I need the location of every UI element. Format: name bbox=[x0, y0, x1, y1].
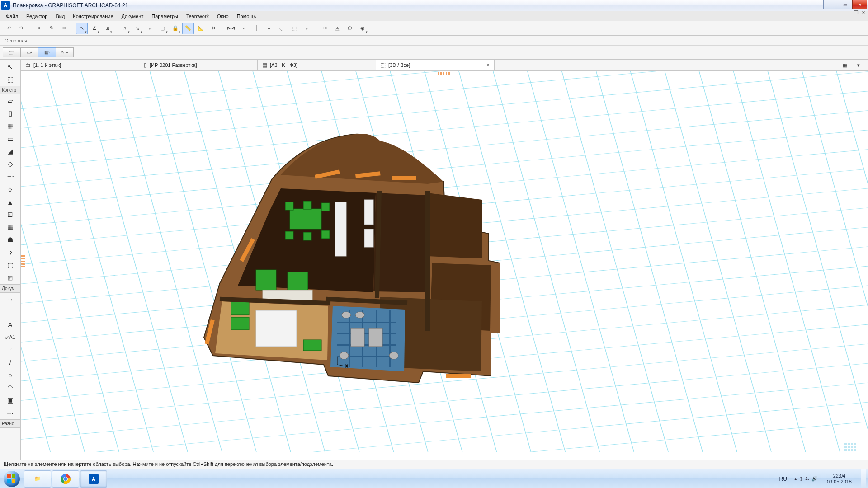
shell-tool[interactable]: ◇ bbox=[5, 158, 16, 170]
line-tool[interactable]: / bbox=[5, 357, 16, 368]
slab-tool[interactable]: ▦ bbox=[5, 120, 16, 132]
fill-tool[interactable]: ⟋ bbox=[5, 344, 16, 356]
geometry-mode-button[interactable]: ⊞ bbox=[101, 23, 113, 34]
mdi-minimize[interactable]: – bbox=[844, 10, 852, 15]
window-tool[interactable]: ⊞ bbox=[5, 272, 16, 284]
adjust-button[interactable]: ⎮ bbox=[250, 23, 262, 34]
lock-button[interactable]: 🔒 bbox=[170, 23, 181, 34]
curtainwall-tool[interactable]: ▲ bbox=[5, 196, 16, 208]
mdi-close[interactable]: × bbox=[860, 10, 867, 15]
guideline-mode-button[interactable]: ∠ bbox=[89, 23, 100, 34]
morph-tool[interactable]: ◊ bbox=[5, 183, 16, 195]
menu-file[interactable]: Файл bbox=[2, 12, 22, 20]
taskbar-archicad[interactable]: A bbox=[80, 470, 107, 488]
menu-teamwork[interactable]: Teamwork bbox=[182, 12, 213, 20]
menu-edit[interactable]: Редактор bbox=[22, 12, 52, 20]
mode-axon[interactable]: ▭› bbox=[20, 47, 38, 57]
inject-button[interactable]: ✏ bbox=[58, 23, 70, 34]
dimension-tool[interactable]: ↔ bbox=[5, 293, 16, 305]
start-button[interactable] bbox=[0, 469, 24, 488]
door-tool[interactable]: ▢ bbox=[5, 259, 16, 271]
tray-expand-icon[interactable]: ▴ bbox=[794, 476, 797, 482]
marquee-tool[interactable]: ⬚ bbox=[5, 74, 16, 85]
more-tool[interactable]: ⋯ bbox=[5, 407, 16, 419]
grid-snap-button[interactable]: # bbox=[119, 23, 131, 34]
archicad-icon: A bbox=[89, 474, 99, 484]
menu-design[interactable]: Конструирование bbox=[69, 12, 117, 20]
wall-tool[interactable]: ▱ bbox=[5, 95, 16, 107]
redo-button[interactable]: ↷ bbox=[15, 23, 27, 34]
input-language[interactable]: RU bbox=[777, 476, 790, 482]
tray-flag-icon[interactable]: ▯ bbox=[799, 476, 802, 482]
drawing-tool[interactable]: ▣ bbox=[5, 394, 16, 406]
ruler-button[interactable]: 📏 bbox=[182, 23, 194, 34]
menu-document[interactable]: Документ bbox=[118, 12, 148, 20]
modify-button[interactable]: ⬠ bbox=[344, 23, 356, 34]
mode-perspective[interactable]: ⬚› bbox=[3, 47, 21, 57]
zone-tool[interactable]: ▦ bbox=[5, 221, 16, 233]
select-mode[interactable]: ↖ ▾ bbox=[56, 47, 74, 57]
tray-clock[interactable]: 22:04 09.05.2018 bbox=[822, 473, 856, 485]
arrow-tool[interactable]: ↖ bbox=[5, 61, 16, 73]
suspend-button[interactable]: ✕ bbox=[208, 23, 219, 34]
split-button[interactable]: ⌁ bbox=[238, 23, 250, 34]
close-button[interactable]: ✕ bbox=[852, 0, 867, 9]
roof-ops-button[interactable]: ◉ bbox=[357, 23, 368, 34]
trim-button[interactable]: ⊳⊲ bbox=[225, 23, 237, 34]
status-hint-bar: Щелкните на элементе или начертите облас… bbox=[0, 460, 868, 469]
title-bar: A Планировка - GRAPHISOFT ARCHICAD-64 21… bbox=[0, 0, 868, 11]
minimize-button[interactable]: — bbox=[823, 0, 838, 9]
mode-ortho[interactable]: ▦› bbox=[38, 47, 56, 57]
svg-rect-86 bbox=[285, 231, 293, 239]
svg-rect-96 bbox=[364, 200, 373, 225]
arc-tool[interactable]: ◠ bbox=[5, 382, 16, 394]
svg-rect-93 bbox=[303, 340, 321, 351]
menu-options[interactable]: Параметры bbox=[147, 12, 182, 20]
object-tool[interactable]: ⊡ bbox=[5, 209, 16, 221]
circle-tool[interactable]: ○ bbox=[5, 369, 16, 381]
taskbar-explorer[interactable]: 📁 bbox=[24, 470, 51, 488]
intersect-button[interactable]: ⌐ bbox=[263, 23, 275, 34]
pick-button[interactable]: ✦ bbox=[33, 23, 45, 34]
gravity-button[interactable]: ▢ bbox=[157, 23, 169, 34]
menu-window[interactable]: Окно bbox=[213, 12, 233, 20]
snap-guides-button[interactable]: ↘ bbox=[132, 23, 143, 34]
taskbar-chrome[interactable] bbox=[52, 470, 79, 488]
mesh-tool[interactable]: 〰 bbox=[5, 171, 16, 183]
3d-scene: x bbox=[21, 71, 868, 452]
eyedropper-button[interactable]: ✎ bbox=[46, 23, 57, 34]
snap-points-button[interactable]: ⟐ bbox=[144, 23, 156, 34]
svg-rect-95 bbox=[335, 202, 346, 256]
label-tool[interactable]: ↙A1 bbox=[5, 331, 16, 343]
resize-button[interactable]: ⬚ bbox=[288, 23, 300, 34]
fillet-button[interactable]: ◡ bbox=[276, 23, 288, 34]
3d-viewport[interactable]: x bbox=[21, 71, 868, 465]
railing-tool[interactable]: ⫽ bbox=[5, 247, 16, 258]
show-desktop-button[interactable] bbox=[861, 469, 866, 488]
cursor-mode-button[interactable]: ↖ bbox=[76, 23, 88, 34]
offset-button[interactable]: ⌂ bbox=[301, 23, 313, 34]
svg-rect-92 bbox=[231, 317, 249, 330]
window-controls: — ▭ ✕ bbox=[824, 0, 867, 9]
column-tool[interactable]: ▯ bbox=[5, 108, 16, 119]
stair-tool[interactable]: ☗ bbox=[5, 234, 16, 246]
svg-text:x: x bbox=[345, 363, 348, 368]
beam-tool[interactable]: ▭ bbox=[5, 133, 16, 145]
text-tool[interactable]: A bbox=[5, 319, 16, 330]
nav-cube-icon[interactable] bbox=[844, 443, 858, 455]
roof-tool[interactable]: ◢ bbox=[5, 145, 16, 157]
svg-rect-89 bbox=[256, 270, 276, 290]
tray-volume-icon[interactable]: 🔊 bbox=[811, 476, 818, 482]
level-dim-tool[interactable]: ⊥ bbox=[5, 306, 16, 318]
menu-help[interactable]: Помощь bbox=[233, 12, 260, 20]
solid-ops-button[interactable]: ✂ bbox=[319, 23, 330, 34]
svg-rect-103 bbox=[446, 374, 471, 378]
tray-network-icon[interactable]: 🖧 bbox=[804, 476, 809, 482]
mode-bar: ⬚› ▭› ▦› ↖ ▾ bbox=[0, 46, 868, 59]
connect-button[interactable]: ◬ bbox=[331, 23, 343, 34]
menu-view[interactable]: Вид bbox=[52, 12, 69, 20]
maximize-button[interactable]: ▭ bbox=[838, 0, 853, 9]
mdi-restore[interactable]: ❐ bbox=[852, 10, 859, 15]
measure-button[interactable]: 📐 bbox=[195, 23, 207, 34]
undo-button[interactable]: ↶ bbox=[3, 23, 14, 34]
